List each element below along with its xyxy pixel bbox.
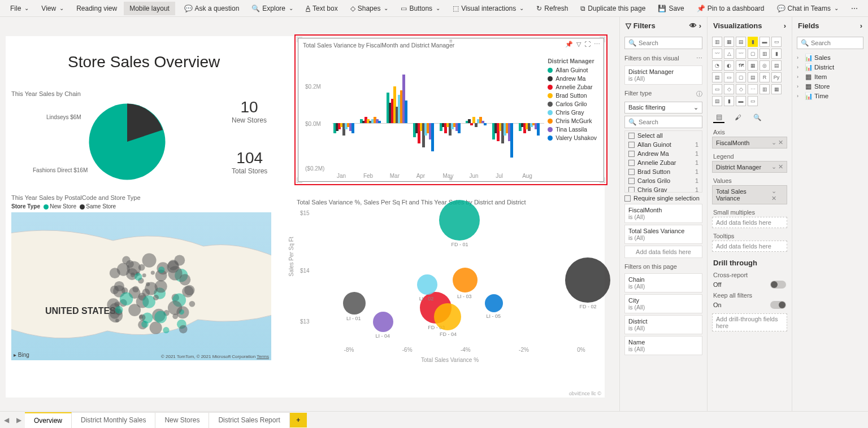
viz-type-icon[interactable]: ▢ <box>736 72 746 82</box>
kpi-new-stores[interactable]: 10 New Stores <box>232 98 267 124</box>
filter-checkbox-item[interactable]: Carlos Grilo1 <box>625 176 702 185</box>
viz-type-icon[interactable]: ◎ <box>760 60 770 71</box>
viz-type-icon[interactable]: 〰 <box>712 49 722 59</box>
filter-card[interactable]: Cityis (All) <box>624 294 702 313</box>
legend-well[interactable]: District Manager⌄ ✕ <box>712 161 787 173</box>
fields-search[interactable]: 🔍 <box>797 37 863 49</box>
viz-type-icon[interactable]: ▤ <box>712 96 722 106</box>
scatter-bubble[interactable] <box>417 274 437 295</box>
shapes-button[interactable]: ◇ Shapes <box>345 2 394 15</box>
report-canvas[interactable]: Store Sales Overview This Year Sales by … <box>6 36 605 398</box>
viz-type-icon[interactable]: ▥ <box>760 49 770 59</box>
text-box-button[interactable]: A Text box <box>300 2 344 15</box>
legend-item[interactable]: Chris McGurk <box>548 117 597 124</box>
drill-through-well[interactable]: Add drill-through fields here <box>712 313 787 331</box>
viz-type-icon[interactable]: ▥ <box>760 84 770 94</box>
bar[interactable] <box>470 123 473 125</box>
viz-type-icon[interactable]: ▤ <box>771 60 782 71</box>
refresh-button[interactable]: ↻ Refresh <box>531 2 574 15</box>
focus-icon[interactable]: ⛶ <box>584 41 591 48</box>
bar[interactable] <box>458 123 461 133</box>
more-button[interactable]: ⋯ <box>845 2 863 15</box>
viz-type-icon[interactable]: ▮ <box>771 49 782 59</box>
filter-card-tsv[interactable]: Total Sales Varianceis (All) <box>624 225 702 244</box>
mobile-layout-button[interactable]: Mobile layout <box>124 2 175 15</box>
reading-view-button[interactable]: Reading view <box>71 2 123 15</box>
scatter-bubble[interactable] <box>439 200 480 241</box>
bar[interactable] <box>378 121 381 123</box>
filter-search-input[interactable] <box>639 40 707 46</box>
filter-card[interactable]: Districtis (All) <box>624 315 702 334</box>
collapse-icon[interactable]: › <box>699 21 701 30</box>
viz-type-icon[interactable]: ▭ <box>712 84 722 94</box>
report-tab[interactable]: District Monthly Sales <box>72 412 155 428</box>
collapse-icon[interactable]: › <box>784 21 786 30</box>
require-single-selection[interactable]: Require single selection <box>624 195 702 202</box>
report-tab[interactable]: New Stores <box>155 412 209 428</box>
viz-type-icon[interactable]: ▭ <box>724 72 734 82</box>
filter-card-dm[interactable]: District Manageris (All) <box>624 65 702 85</box>
resize-handle[interactable] <box>600 177 605 183</box>
viz-type-icon[interactable]: ▥ <box>712 37 722 47</box>
bar[interactable] <box>468 119 471 123</box>
filter-checkbox-item[interactable]: Brad Sutton1 <box>625 167 702 176</box>
format-tab-icon[interactable]: 🖌 <box>732 112 744 123</box>
viz-type-icon[interactable]: ▬ <box>760 37 770 47</box>
report-tab[interactable]: District Sales Report <box>209 412 289 428</box>
viz-type-icon[interactable]: ▭ <box>771 37 782 47</box>
viz-type-icon[interactable]: ▮ <box>748 37 758 47</box>
axis-well[interactable]: FiscalMonth⌄ ✕ <box>712 137 787 149</box>
legend-item[interactable]: Tina Lassila <box>548 126 597 133</box>
filter-values-search[interactable]: 🔍 <box>624 116 702 128</box>
viz-type-icon[interactable]: ◐ <box>724 60 734 71</box>
scatter-bubble[interactable] <box>434 303 461 330</box>
viz-type-icon[interactable]: ▤ <box>712 72 722 82</box>
explore-button[interactable]: 🔍 Explore <box>246 2 299 15</box>
small-multiples-well[interactable]: Add data fields here <box>712 217 787 228</box>
eye-icon[interactable]: 👁 <box>689 21 697 30</box>
legend-item[interactable]: Carlos Grilo <box>548 101 597 107</box>
filter-checkbox-item[interactable]: Select all <box>625 131 702 140</box>
field-table-row[interactable]: ›▦Store <box>795 81 866 91</box>
legend-item[interactable]: Chris Gray <box>548 109 597 116</box>
scatter-visual[interactable]: $15 $14 $13 Sales Per Sq Ft -8%-6%-4%-2%… <box>302 206 602 364</box>
viz-type-icon[interactable]: △ <box>724 49 734 59</box>
resize-handle[interactable] <box>297 177 302 183</box>
viz-type-icon[interactable]: ▤ <box>748 72 758 82</box>
bar[interactable] <box>475 123 478 127</box>
bar[interactable] <box>405 101 407 123</box>
report-tab[interactable]: Overview <box>25 412 72 428</box>
filter-search[interactable]: 🔍 <box>624 37 702 49</box>
kpi-total-stores[interactable]: 104 Total Stores <box>232 149 267 175</box>
viz-type-icon[interactable]: ◇ <box>736 84 746 94</box>
viz-type-icon[interactable]: ▦ <box>724 37 734 47</box>
add-visual-filter[interactable]: Add data fields here <box>624 246 702 258</box>
scatter-bubble[interactable] <box>453 268 478 292</box>
view-menu[interactable]: View <box>36 2 70 15</box>
bar[interactable] <box>351 123 354 133</box>
filter-type-dropdown[interactable]: Basic filtering⌄ <box>624 102 702 113</box>
pie-chart[interactable] <box>85 99 170 184</box>
visual-interactions-button[interactable]: ⬚ Visual interactions <box>447 2 530 15</box>
filter-checkbox-item[interactable]: Annelie Zubar1 <box>625 158 702 167</box>
legend-item[interactable]: Valery Ushakov <box>548 134 597 141</box>
legend-item[interactable]: Allan Guinot <box>548 67 597 73</box>
legend-item[interactable]: Brad Sutton <box>548 92 597 99</box>
filter-card-fm[interactable]: FiscalMonthis (All) <box>624 204 702 223</box>
field-table-row[interactable]: ›▦Item <box>795 72 866 81</box>
viz-type-icon[interactable]: Py <box>771 72 782 82</box>
viz-type-icon[interactable]: ▮ <box>724 96 734 106</box>
viz-type-icon[interactable]: ▭ <box>748 96 758 106</box>
filter-card[interactable]: Nameis (All) <box>624 336 702 355</box>
tab-nav-prev[interactable]: ◀ <box>0 412 12 428</box>
field-table-row[interactable]: ›📊Sales <box>795 53 866 62</box>
more-icon[interactable]: ⋯ <box>696 55 702 62</box>
legend-item[interactable]: Andrew Ma <box>548 75 597 82</box>
cross-report-toggle[interactable] <box>770 281 786 289</box>
viz-type-icon[interactable]: ▦ <box>771 84 782 94</box>
selected-visual-clustered-bar[interactable]: ≡ ≡ 📌 ▽ ⛶ ⋯ Total Sales Variance by Fisc… <box>294 34 607 185</box>
field-table-row[interactable]: ›📊Time <box>795 91 866 101</box>
resize-handle[interactable] <box>297 37 302 42</box>
scatter-bubble[interactable] <box>373 312 393 332</box>
viz-type-icon[interactable]: ▢ <box>748 49 758 59</box>
